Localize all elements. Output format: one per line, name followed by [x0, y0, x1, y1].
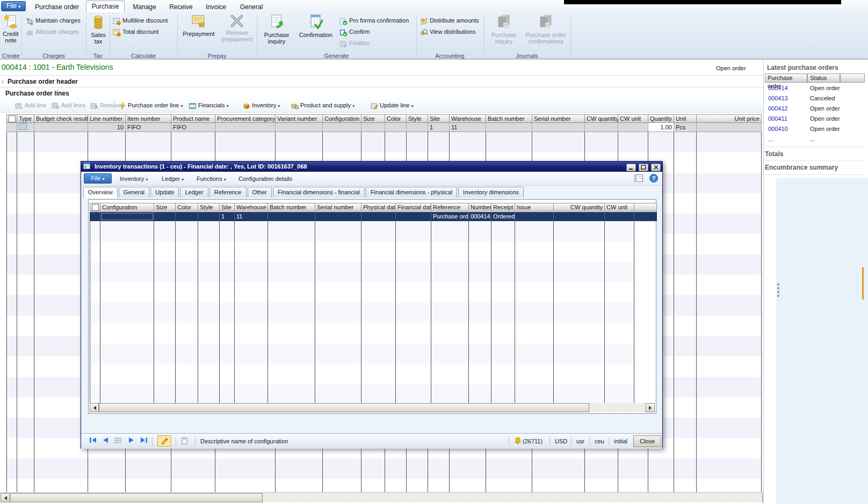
factbox-splitter-handle[interactable] [777, 283, 779, 298]
dialog-ledger-menu[interactable]: Ledger [162, 174, 184, 183]
close-button[interactable]: Close [633, 435, 661, 447]
tab-other[interactable]: Other [248, 187, 272, 198]
tab-general[interactable]: General [234, 2, 269, 12]
tab-inventory-dimensions[interactable]: Inventory dimensions [458, 187, 524, 198]
col-receipt[interactable]: Receipt [491, 203, 515, 211]
tab-purchase-order[interactable]: Purchase order [31, 2, 83, 12]
col-reference[interactable]: Reference [431, 203, 469, 211]
col-number[interactable]: Number [469, 203, 491, 211]
col-configuration[interactable]: Configuration [100, 203, 154, 211]
col-cw-quantity[interactable]: CW quantity [585, 114, 618, 123]
col-unit-price[interactable]: Unit price [697, 114, 762, 123]
cell-configuration[interactable] [100, 212, 154, 221]
tab-invoice[interactable]: Invoice [201, 2, 231, 12]
scroll-left-button[interactable] [1, 493, 10, 502]
first-record-button[interactable] [90, 437, 97, 446]
tab-ledger[interactable]: Ledger [180, 187, 208, 198]
col-warehouse[interactable]: Warehouse [450, 114, 486, 123]
help-icon[interactable]: ? [649, 174, 658, 184]
tab-general[interactable]: General [119, 187, 149, 198]
col-issue[interactable]: Issue [515, 203, 554, 211]
col-financial-date[interactable]: Financial date [396, 203, 431, 211]
update-line-menu[interactable]: Update line [371, 101, 414, 110]
grid-view-button[interactable] [114, 437, 121, 446]
tab-financial-dimensions-financial[interactable]: Financial dimensions - financial [273, 187, 365, 198]
col-cw-unit[interactable]: CW unit [605, 203, 634, 211]
col-color[interactable]: Color [176, 203, 198, 211]
distribute-amounts-button[interactable]: Distribute amounts [420, 16, 479, 25]
dialog-inventory-menu[interactable]: Inventory [120, 174, 148, 183]
factbox-col-status[interactable]: Status [807, 74, 840, 83]
confirmation-button[interactable]: Confirmation [295, 14, 336, 38]
factbox-col-purchase-order[interactable]: Purchase order [765, 74, 807, 83]
po-link[interactable]: 000414 [768, 85, 788, 91]
maximize-button[interactable] [639, 164, 648, 171]
row-checkbox-cell[interactable] [6, 123, 17, 132]
dialog-horizontal-scrollbar[interactable] [90, 403, 655, 412]
po-link[interactable]: 000413 [768, 95, 788, 101]
minimize-button[interactable] [626, 164, 636, 171]
tab-manage[interactable]: Manage [128, 2, 161, 12]
select-all-checkbox[interactable] [6, 114, 17, 123]
scrollbar-thumb[interactable] [10, 493, 263, 502]
col-physical-date[interactable]: Physical date [361, 203, 396, 211]
tab-purchase[interactable]: Purchase [86, 1, 125, 12]
dialog-functions-menu[interactable]: Functions [197, 174, 226, 183]
tab-financial-dimensions-physical[interactable]: Financial dimensions - physical [366, 187, 457, 198]
previous-record-button[interactable] [103, 437, 108, 446]
purchase-order-line-menu[interactable]: Purchase order line [120, 101, 183, 110]
notification-bell-icon[interactable] [514, 437, 522, 446]
tab-update[interactable]: Update [150, 187, 179, 198]
prepayment-button[interactable]: Prepayment [180, 14, 217, 37]
col-serial-number[interactable]: Serial number [532, 114, 585, 123]
next-record-button[interactable] [128, 437, 134, 446]
po-more-link[interactable]: ... [768, 136, 773, 142]
total-discount-button[interactable]: %Total discount [113, 27, 158, 36]
table-row[interactable]: 1 11 Purchase order 000414 Ordered [90, 212, 657, 221]
dialog-title-bar[interactable]: Inventory transactions (1 - ceu) - Finan… [81, 162, 662, 172]
col-warehouse[interactable]: Warehouse [235, 203, 268, 211]
col-site[interactable]: Site [220, 203, 235, 211]
tab-receive[interactable]: Receive [164, 2, 198, 12]
dialog-file-menu[interactable]: File ▾ [84, 173, 112, 184]
col-variant-number[interactable]: Variant number [276, 114, 323, 123]
col-quantity[interactable]: Quantity [648, 114, 674, 123]
col-budget-check-results[interactable]: Budget check results [34, 114, 88, 123]
section-purchase-order-header[interactable]: Purchase order header [8, 78, 78, 85]
tab-overview[interactable]: Overview [83, 187, 118, 198]
multiline-discount-button[interactable]: %Multiline discount [113, 16, 168, 25]
main-horizontal-scrollbar[interactable] [0, 492, 772, 502]
tab-reference[interactable]: Reference [209, 187, 247, 198]
table-row[interactable]: 10 FIFO FIFO 1 11 1.00 Pcs [6, 123, 762, 132]
col-serial-number[interactable]: Serial number [315, 203, 361, 211]
credit-note-button[interactable]: Credit note [0, 14, 21, 43]
purchase-inquiry-button[interactable]: Purchase inquiry [260, 14, 293, 45]
pane-layout-icon[interactable] [634, 174, 643, 183]
col-color[interactable]: Color [385, 114, 407, 123]
latest-purchase-orders-title[interactable]: Latest purchase orders [767, 64, 838, 71]
select-all-checkbox[interactable] [90, 203, 100, 211]
edit-record-button[interactable] [157, 435, 171, 447]
view-distributions-button[interactable]: View distributions [420, 27, 475, 36]
col-site[interactable]: Site [428, 114, 450, 123]
tab-file[interactable]: File ▾ [1, 1, 26, 11]
notification-count[interactable]: (26711) [523, 437, 542, 446]
col-batch-number[interactable]: Batch number [268, 203, 315, 211]
scroll-left-button[interactable] [90, 403, 99, 412]
col-unit[interactable]: Unit [674, 114, 697, 123]
col-cw-unit[interactable]: CW unit [618, 114, 648, 123]
expand-section-icon[interactable]: › [2, 77, 4, 85]
last-record-button[interactable] [140, 437, 147, 446]
po-link[interactable]: 000412 [768, 105, 788, 112]
encumbrance-summary-title[interactable]: Encumbrance summary [765, 164, 838, 171]
scroll-right-button[interactable] [646, 403, 655, 412]
dialog-configuration-details-menu[interactable]: Configuration details [238, 174, 292, 183]
close-window-button[interactable] [651, 164, 661, 171]
totals-section-title[interactable]: Totals [765, 150, 783, 158]
col-size[interactable]: Size [154, 203, 176, 211]
po-link[interactable]: 000411 [768, 115, 787, 122]
col-line-number[interactable]: Line number [88, 114, 126, 123]
inventory-menu[interactable]: Inventory [243, 101, 280, 110]
product-and-supply-menu[interactable]: Product and supply [291, 101, 355, 110]
col-batch-number[interactable]: Batch number [486, 114, 532, 123]
